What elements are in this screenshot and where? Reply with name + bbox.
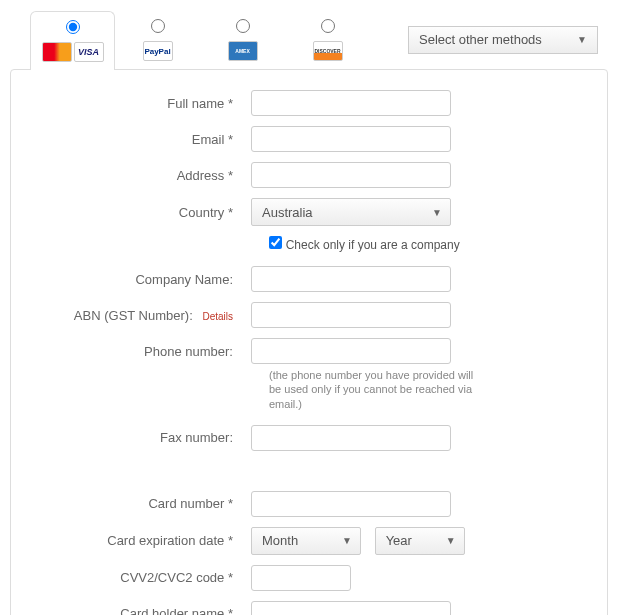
other-methods-label: Select other methods xyxy=(419,32,542,47)
phone-note: (the phone number you have provided will… xyxy=(51,368,481,411)
label-email: Email * xyxy=(51,132,251,147)
radio-paypal[interactable] xyxy=(151,19,165,33)
amex-icon: AMEX xyxy=(228,41,258,61)
companyname-input[interactable] xyxy=(251,266,451,292)
country-select[interactable]: Australia xyxy=(251,198,451,226)
fullname-input[interactable] xyxy=(251,90,451,116)
month-select[interactable]: Month xyxy=(251,527,361,555)
fax-input[interactable] xyxy=(251,425,451,451)
label-cardnumber: Card number * xyxy=(51,496,251,511)
tab-paypal[interactable]: PayPal xyxy=(115,10,200,69)
year-select[interactable]: Year xyxy=(375,527,465,555)
email-input[interactable] xyxy=(251,126,451,152)
form-panel: Full name * Email * Address * Country * … xyxy=(10,69,608,615)
company-checkbox[interactable] xyxy=(269,236,282,249)
phone-input[interactable] xyxy=(251,338,451,364)
label-companyname: Company Name: xyxy=(51,272,251,287)
address-input[interactable] xyxy=(251,162,451,188)
paypal-icon: PayPal xyxy=(143,41,173,61)
mastercard-icon xyxy=(42,42,72,62)
cardnumber-input[interactable] xyxy=(251,491,451,517)
label-phone: Phone number: xyxy=(51,344,251,359)
label-address: Address * xyxy=(51,168,251,183)
label-fullname: Full name * xyxy=(51,96,251,111)
label-cardexp: Card expiration date * xyxy=(51,533,251,548)
tab-amex[interactable]: AMEX xyxy=(200,10,285,69)
label-fax: Fax number: xyxy=(51,430,251,445)
radio-amex[interactable] xyxy=(236,19,250,33)
tab-discover[interactable]: DISCOVER xyxy=(285,10,370,69)
label-cvv: CVV2/CVC2 code * xyxy=(51,570,251,585)
label-abn: ABN (GST Number): Details xyxy=(51,308,251,323)
company-check-label: Check only if you are a company xyxy=(286,238,460,252)
cvv-input[interactable] xyxy=(251,565,351,591)
country-value: Australia xyxy=(262,205,313,220)
other-methods-select[interactable]: Select other methods xyxy=(408,26,598,54)
abn-input[interactable] xyxy=(251,302,451,328)
tab-card[interactable]: VISA xyxy=(30,11,115,70)
year-value: Year xyxy=(386,533,412,548)
discover-icon: DISCOVER xyxy=(313,41,343,61)
abn-text: ABN (GST Number): xyxy=(74,308,193,323)
month-value: Month xyxy=(262,533,298,548)
radio-card[interactable] xyxy=(66,20,80,34)
label-country: Country * xyxy=(51,205,251,220)
visa-icon: VISA xyxy=(74,42,104,62)
cardholder-input[interactable] xyxy=(251,601,451,615)
radio-discover[interactable] xyxy=(321,19,335,33)
label-cardholder: Card holder name * xyxy=(51,606,251,615)
abn-details-link[interactable]: Details xyxy=(202,311,233,322)
